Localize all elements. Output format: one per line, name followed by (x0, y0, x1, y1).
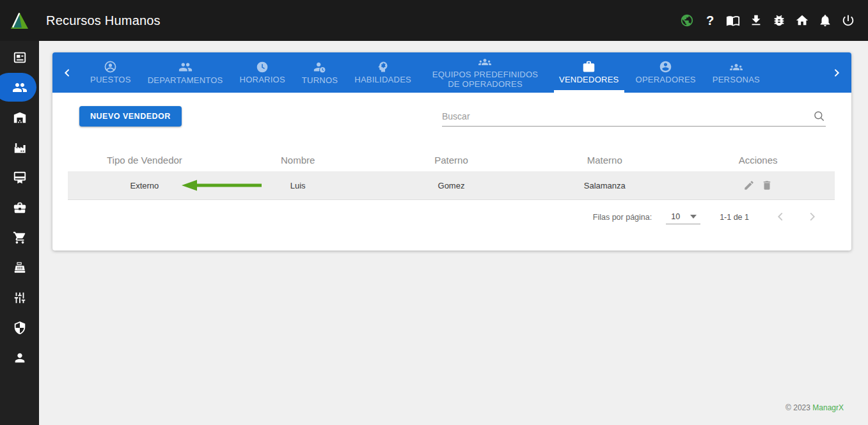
help-icon[interactable]: ? (703, 13, 717, 27)
app-logo-icon (10, 11, 29, 31)
tabs-scroll-right-button[interactable] (822, 52, 851, 93)
rows-per-page-value: 10 (671, 212, 680, 221)
brand-link[interactable]: ManagrX (812, 403, 844, 412)
tab-habilidades[interactable]: HABILIDADES (346, 52, 420, 93)
topbar: Recursos Humanos ? (0, 0, 868, 41)
rows-per-page-select[interactable]: 10 (666, 211, 700, 224)
footer: © 2023 ManagrX (785, 403, 844, 412)
account-circle-icon (659, 60, 672, 73)
download-icon[interactable] (749, 13, 763, 27)
sidebar-item-profile[interactable] (0, 343, 39, 373)
chevron-right-icon (805, 210, 819, 224)
power-icon[interactable] (841, 13, 855, 27)
security-shield-icon (13, 321, 27, 335)
column-header-acciones: Acciones (681, 155, 835, 166)
sidebar-item-warehouse[interactable] (0, 102, 39, 132)
tab-label: DEPARTAMENTOS (148, 76, 223, 86)
cell-materno: Salamanza (528, 181, 681, 190)
groups-icon (728, 61, 745, 73)
search-field (442, 110, 826, 127)
shopping-cart-icon (13, 231, 27, 245)
tab-label: OPERADORES (636, 75, 696, 85)
trash-icon (761, 180, 773, 191)
module-tabbar: PUESTOS DEPARTAMENTOS HORARIOS (52, 52, 851, 93)
tab-label: PERSONAS (713, 75, 760, 85)
tab-label: VENDEDORES (559, 75, 619, 85)
tab-label: TURNOS (302, 76, 338, 86)
main-content: PUESTOS DEPARTAMENTOS HORARIOS (39, 41, 868, 425)
tab-horarios[interactable]: HORARIOS (232, 52, 294, 93)
tab-personas[interactable]: PERSONAS (704, 52, 768, 93)
tune-sliders-icon (13, 291, 27, 305)
topbar-actions: ? (680, 13, 868, 27)
sidebar-item-toolbox[interactable] (0, 192, 39, 222)
people-icon (178, 60, 193, 74)
vendors-table: Tipo de Vendedor Nombre Paterno Materno … (68, 148, 835, 200)
home-icon[interactable] (795, 13, 809, 27)
next-page-button[interactable] (805, 210, 821, 225)
column-header-paterno: Paterno (375, 155, 528, 166)
news-icon (13, 50, 27, 65)
sidebar-item-human-resources[interactable] (0, 72, 39, 102)
tab-departamentos[interactable]: DEPARTAMENTOS (139, 52, 232, 93)
human-resources-people-icon (12, 80, 28, 95)
chevron-left-icon (62, 68, 72, 78)
caret-down-icon (690, 215, 697, 219)
page-title: Recursos Humanos (46, 13, 161, 28)
new-vendor-button[interactable]: NUEVO VENDEDOR (79, 106, 182, 127)
tab-equipos-predefinidos[interactable]: EQUIPOS PREDEFINIDOS DE OPERADORES (420, 52, 551, 93)
search-input[interactable] (442, 111, 813, 121)
tab-puestos[interactable]: PUESTOS (82, 52, 139, 93)
tab-turnos[interactable]: TURNOS (294, 52, 346, 93)
toolbar: NUEVO VENDEDOR (79, 106, 826, 127)
person-clock-icon (313, 60, 327, 74)
groups-icon (477, 56, 493, 68)
warehouse-icon (13, 111, 27, 125)
sidebar-item-purchases[interactable] (0, 222, 39, 252)
cell-paterno: Gomez (375, 181, 528, 190)
tab-operadores[interactable]: OPERADORES (627, 52, 704, 93)
column-header-nombre: Nombre (221, 155, 375, 166)
chevron-right-icon (832, 68, 842, 78)
page-range-text: 1-1 de 1 (720, 213, 749, 222)
search-icon[interactable] (813, 110, 826, 123)
tab-label: HABILIDADES (354, 75, 411, 85)
cash-register-icon (13, 261, 27, 275)
rows-per-page-label: Filas por página: (593, 213, 652, 222)
tabs-scroll-left-button[interactable] (52, 52, 82, 93)
chevron-left-icon (773, 210, 787, 224)
globe-icon[interactable] (680, 13, 694, 27)
tab-label: HORARIOS (240, 75, 285, 85)
pagination-bar: Filas por página: 10 1-1 de 1 (593, 208, 821, 226)
toolbox-icon (13, 201, 27, 215)
column-header-materno: Materno (528, 155, 681, 166)
copyright-text: © 2023 (785, 403, 810, 412)
column-header-tipo: Tipo de Vendedor (68, 155, 221, 166)
briefcase-icon (582, 60, 596, 73)
person-icon (13, 351, 27, 365)
annotation-arrow-icon (181, 179, 263, 192)
bug-report-icon[interactable] (772, 13, 786, 27)
notifications-icon[interactable] (818, 13, 832, 27)
sidebar-item-certifications[interactable] (0, 162, 39, 192)
cell-acciones (681, 180, 835, 191)
sidebar-item-factory[interactable] (0, 132, 39, 162)
pencil-icon (743, 180, 755, 191)
edit-button[interactable] (743, 180, 755, 191)
help-glyph: ? (706, 13, 714, 27)
manual-book-icon[interactable] (726, 13, 740, 27)
vendors-card: PUESTOS DEPARTAMENTOS HORARIOS (52, 52, 851, 251)
delete-button[interactable] (761, 180, 773, 191)
tab-label: EQUIPOS PREDEFINIDOS DE OPERADORES (428, 70, 542, 89)
sidebar-item-sales[interactable] (0, 252, 39, 282)
brain-icon (376, 60, 390, 73)
sidebar-item-settings[interactable] (0, 282, 39, 313)
certification-card-icon (13, 171, 27, 185)
clock-icon (256, 61, 269, 73)
sidebar-item-news[interactable] (0, 42, 39, 72)
sidebar-item-security[interactable] (0, 313, 39, 343)
sidebar (0, 41, 39, 425)
tab-vendedores[interactable]: VENDEDORES (551, 52, 627, 93)
tab-label: PUESTOS (90, 75, 131, 85)
previous-page-button[interactable] (773, 210, 789, 225)
